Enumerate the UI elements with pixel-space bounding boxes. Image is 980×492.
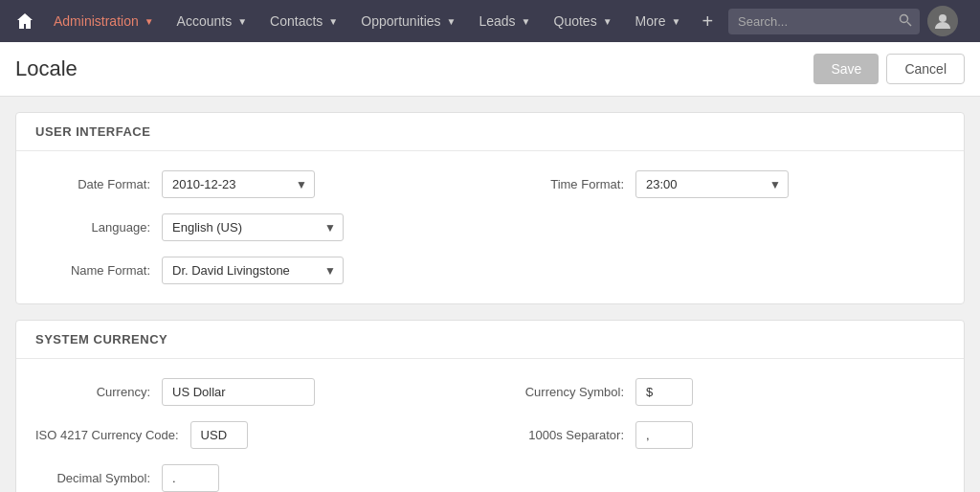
svg-point-2 <box>939 14 947 22</box>
chevron-down-icon: ▼ <box>671 16 680 27</box>
name-format-select[interactable]: Dr. David Livingstone Livingstone, David… <box>162 257 344 284</box>
chevron-down-icon: ▼ <box>603 16 612 27</box>
nav-item-quotes[interactable]: Quotes ▼ <box>543 0 624 42</box>
thousands-sep-label: 1000s Separator: <box>509 428 624 442</box>
save-button[interactable]: Save <box>813 54 879 84</box>
user-interface-heading: USER INTERFACE <box>16 113 964 151</box>
user-interface-body: Date Format: 2010-12-23 12/23/2010 23-12… <box>16 151 964 303</box>
language-field: Language: English (US) English (UK) Fren… <box>35 213 471 241</box>
svg-line-1 <box>907 22 911 26</box>
decimal-symbol-field: Decimal Symbol: <box>35 464 471 492</box>
chevron-down-icon: ▼ <box>522 16 531 27</box>
search-input[interactable] <box>728 9 891 34</box>
page-title: Locale <box>15 56 78 81</box>
iso-code-label: ISO 4217 Currency Code: <box>35 428 179 442</box>
name-format-field: Name Format: Dr. David Livingstone Livin… <box>35 257 471 284</box>
time-format-label: Time Format: <box>509 177 624 191</box>
decimal-symbol-label: Decimal Symbol: <box>35 471 150 485</box>
nav-item-contacts[interactable]: Contacts ▼ <box>258 0 349 42</box>
system-currency-body: Currency: Currency Symbol: ISO 4217 Curr… <box>16 359 964 492</box>
cancel-button[interactable]: Cancel <box>886 54 965 84</box>
language-row: Language: English (US) English (UK) Fren… <box>35 213 945 241</box>
currency-input[interactable] <box>162 378 315 406</box>
nav-item-accounts[interactable]: Accounts ▼ <box>166 0 259 42</box>
header-actions: Save Cancel <box>813 54 965 84</box>
chevron-down-icon: ▼ <box>145 16 154 27</box>
nav-item-administration[interactable]: Administration ▼ <box>42 0 166 42</box>
time-format-field: Time Format: 23:00 11:00 PM ▼ <box>509 170 945 198</box>
svg-point-0 <box>901 14 908 22</box>
thousands-sep-input[interactable] <box>635 421 693 449</box>
page-header: Locale Save Cancel <box>0 42 980 97</box>
time-format-select-wrap: 23:00 11:00 PM ▼ <box>635 170 789 198</box>
nav-item-more[interactable]: More ▼ <box>624 0 693 42</box>
system-currency-section: SYSTEM CURRENCY Currency: Currency Symbo… <box>15 320 965 492</box>
decimal-row: Decimal Symbol: <box>35 464 945 492</box>
date-format-select[interactable]: 2010-12-23 12/23/2010 23-12-2010 <box>162 170 315 198</box>
currency-row: Currency: Currency Symbol: <box>35 378 945 406</box>
chevron-down-icon: ▼ <box>328 16 338 27</box>
nav-item-opportunities[interactable]: Opportunities ▼ <box>349 0 467 42</box>
navbar: Administration ▼ Accounts ▼ Contacts ▼ O… <box>0 0 980 42</box>
search-icon <box>891 13 920 30</box>
chevron-down-icon: ▼ <box>237 16 247 27</box>
time-format-select[interactable]: 23:00 11:00 PM <box>635 170 789 198</box>
iso-code-field: ISO 4217 Currency Code: <box>35 421 471 449</box>
name-format-label: Name Format: <box>35 263 150 278</box>
iso-code-input[interactable] <box>190 421 248 449</box>
thousands-sep-field: 1000s Separator: <box>509 421 945 449</box>
date-time-row: Date Format: 2010-12-23 12/23/2010 23-12… <box>35 170 945 198</box>
language-label: Language: <box>35 220 150 235</box>
language-select[interactable]: English (US) English (UK) French German … <box>162 213 344 241</box>
nav-item-leads[interactable]: Leads ▼ <box>467 0 542 42</box>
language-select-wrap: English (US) English (UK) French German … <box>162 213 344 241</box>
currency-symbol-label: Currency Symbol: <box>509 385 624 399</box>
decimal-symbol-input[interactable] <box>162 464 219 492</box>
add-button[interactable]: + <box>694 11 721 33</box>
chevron-down-icon: ▼ <box>447 16 457 27</box>
user-interface-section: USER INTERFACE Date Format: 2010-12-23 1… <box>15 112 965 304</box>
date-format-label: Date Format: <box>35 177 150 191</box>
content-area: USER INTERFACE Date Format: 2010-12-23 1… <box>0 97 980 492</box>
user-avatar[interactable] <box>927 6 958 36</box>
home-button[interactable] <box>8 4 42 38</box>
iso-separator-row: ISO 4217 Currency Code: 1000s Separator: <box>35 421 945 449</box>
currency-symbol-input[interactable] <box>635 378 693 406</box>
date-format-field: Date Format: 2010-12-23 12/23/2010 23-12… <box>35 170 471 198</box>
currency-symbol-field: Currency Symbol: <box>509 378 945 406</box>
date-format-select-wrap: 2010-12-23 12/23/2010 23-12-2010 ▼ <box>162 170 315 198</box>
name-format-row: Name Format: Dr. David Livingstone Livin… <box>35 257 945 284</box>
name-format-select-wrap: Dr. David Livingstone Livingstone, David… <box>162 257 344 284</box>
system-currency-heading: SYSTEM CURRENCY <box>16 321 964 359</box>
search-bar <box>728 9 920 34</box>
currency-field: Currency: <box>35 378 471 406</box>
currency-label: Currency: <box>35 385 150 399</box>
